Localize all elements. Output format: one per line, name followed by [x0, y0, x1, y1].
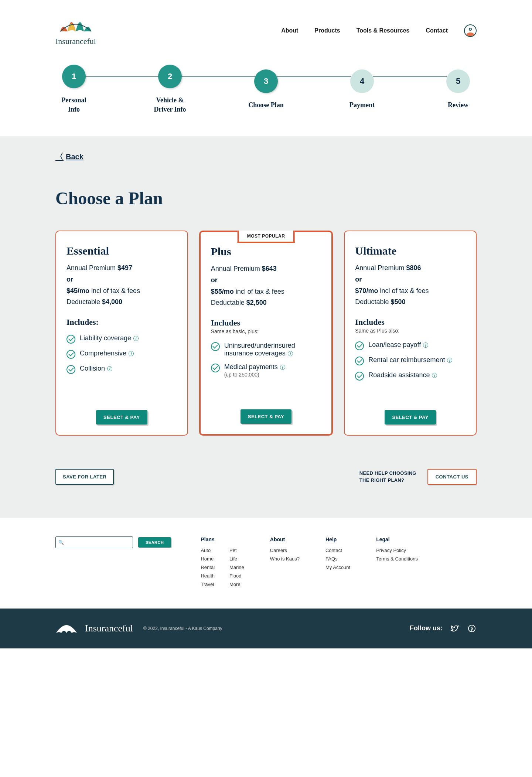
select-plus-button[interactable]: SELECT & PAY	[241, 409, 291, 424]
step-5[interactable]: 5	[446, 69, 470, 93]
footer-link[interactable]: Health	[201, 573, 215, 579]
footer-link[interactable]: Life	[229, 556, 244, 562]
footer-search-input[interactable]	[55, 536, 133, 548]
popular-badge: MOST POPULAR	[238, 231, 295, 243]
step-4[interactable]: 4	[350, 69, 374, 93]
footer-col-plans: Plans Auto Home Rental Health Travel Pet…	[201, 536, 244, 590]
select-ultimate-button[interactable]: SELECT & PAY	[385, 410, 436, 425]
brand-logo[interactable]: Insuranceful	[55, 15, 96, 46]
chevron-left-icon: 〈	[55, 151, 64, 162]
umbrella-icon	[55, 622, 78, 635]
twitter-icon[interactable]	[450, 624, 460, 633]
footer-col-about: About Careers Who is Kaus?	[270, 536, 300, 590]
info-icon[interactable]: i	[133, 336, 139, 341]
info-icon[interactable]: i	[280, 365, 285, 370]
footer-link[interactable]: Privacy Policy	[376, 548, 418, 553]
step-3[interactable]: 3	[254, 69, 278, 93]
footer-link[interactable]: More	[229, 582, 244, 587]
feature-item: Uninsured/underinsured insurance coverag…	[211, 342, 321, 357]
footer-link[interactable]: FAQs	[325, 556, 350, 562]
includes-sub: Same as basic, plus:	[211, 328, 321, 334]
nav-about[interactable]: About	[281, 27, 298, 34]
page-title: Choose a Plan	[55, 188, 477, 208]
account-avatar[interactable]	[464, 24, 477, 37]
plan-ultimate: Ultimate Annual Premium $806 or $70/mo i…	[344, 231, 477, 435]
save-for-later-button[interactable]: SAVE FOR LATER	[55, 469, 114, 485]
info-icon[interactable]: i	[129, 351, 134, 356]
plan-name: Essential	[66, 245, 177, 257]
step-5-label: Review	[448, 100, 468, 110]
check-icon	[355, 341, 364, 350]
includes-sub: Same as Plus also:	[355, 328, 466, 334]
check-icon	[355, 372, 364, 381]
feature-item: Liability coveragei	[66, 334, 177, 344]
contact-us-button[interactable]: CONTACT US	[427, 469, 477, 485]
feature-item: Rental car reimbursementi	[355, 356, 466, 365]
feature-item: Comprehensivei	[66, 350, 177, 359]
plan-name: Ultimate	[355, 245, 466, 257]
step-1[interactable]: 1	[62, 65, 86, 88]
person-icon	[469, 28, 472, 31]
progress-stepper: 1Personal Info 2Vehicle & Driver Info 3C…	[55, 65, 477, 114]
feature-item: Loan/lease payoffi	[355, 341, 466, 350]
footer-col-help: Help Contact FAQs My Account	[325, 536, 350, 590]
footer-link[interactable]: Careers	[270, 548, 300, 553]
step-4-label: Payment	[349, 100, 375, 110]
footer-link[interactable]: Who is Kaus?	[270, 556, 300, 562]
footer-link[interactable]: Home	[201, 556, 215, 562]
facebook-icon[interactable]	[467, 624, 477, 633]
footer-link[interactable]: Travel	[201, 582, 215, 587]
nav-contact[interactable]: Contact	[426, 27, 448, 34]
plan-name: Plus	[211, 245, 321, 258]
plan-essential: Essential Annual Premium $497 or $45/mo …	[55, 231, 188, 435]
footer-link[interactable]: Rental	[201, 565, 215, 570]
help-text: NEED HELP CHOOSING THE RIGHT PLAN?	[359, 470, 416, 484]
footer-link[interactable]: Contact	[325, 548, 350, 553]
follow-label: Follow us:	[410, 624, 443, 632]
feature-item: Medical paymentsi(up to 250,000)	[211, 363, 321, 378]
footer-link[interactable]: My Account	[325, 565, 350, 570]
info-icon[interactable]: i	[288, 351, 293, 356]
info-icon[interactable]: i	[447, 358, 452, 363]
nav-tools[interactable]: Tools & Resources	[357, 27, 410, 34]
check-icon	[211, 364, 220, 372]
brand-name: Insuranceful	[85, 623, 133, 634]
nav-products[interactable]: Products	[314, 27, 340, 34]
check-icon	[355, 357, 364, 365]
check-icon	[66, 350, 75, 359]
select-essential-button[interactable]: SELECT & PAY	[96, 410, 147, 425]
step-3-label: Choose Plan	[248, 100, 284, 110]
back-link[interactable]: 〈 Back	[55, 151, 83, 162]
step-2-label: Vehicle & Driver Info	[151, 96, 188, 114]
check-icon	[211, 342, 220, 351]
info-icon[interactable]: i	[107, 366, 112, 371]
check-icon	[66, 335, 75, 344]
footer-link[interactable]: Auto	[201, 548, 215, 553]
plan-plus: MOST POPULAR Plus Annual Premium $643 or…	[199, 231, 333, 435]
footer-col-legal: Legal Privacy Policy Terms & Conditions	[376, 536, 418, 590]
feature-item: Roadside assistancei	[355, 371, 466, 381]
step-2[interactable]: 2	[158, 65, 182, 88]
step-1-label: Personal Info	[55, 96, 92, 114]
includes-heading: Includes	[211, 318, 321, 328]
copyright: © 2022, Insuranceful - A Kaus Company	[143, 626, 222, 631]
brand-name: Insuranceful	[55, 37, 96, 46]
footer-link[interactable]: Terms & Conditions	[376, 556, 418, 562]
footer-link[interactable]: Pet	[229, 548, 244, 553]
check-icon	[66, 365, 75, 374]
includes-heading: Includes	[355, 317, 466, 327]
info-icon[interactable]: i	[423, 343, 428, 348]
includes-heading: Includes:	[66, 317, 177, 327]
feature-item: Collisioni	[66, 365, 177, 374]
footer-link[interactable]: Flood	[229, 573, 244, 579]
footer-search-button[interactable]: SEARCH	[138, 537, 171, 548]
info-icon[interactable]: i	[432, 373, 437, 378]
umbrella-icon	[57, 15, 94, 35]
footer-link[interactable]: Marine	[229, 565, 244, 570]
